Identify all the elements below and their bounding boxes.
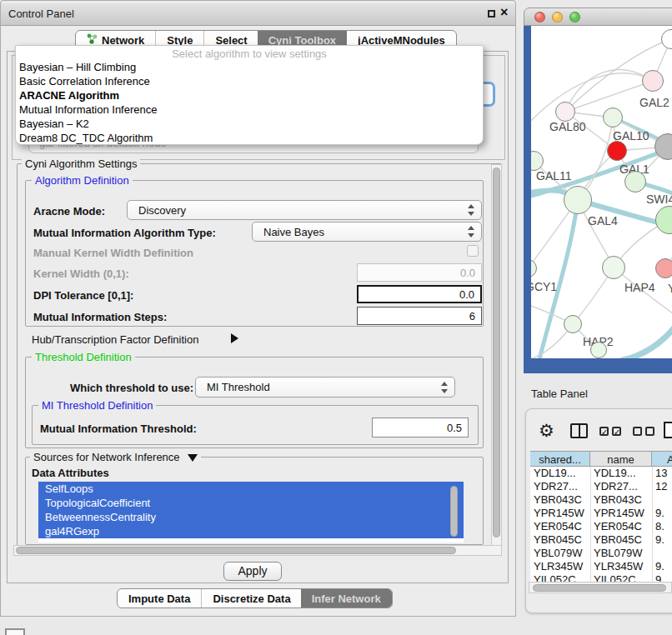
checkbox-checked-icon[interactable]: ✓	[612, 427, 621, 436]
network-node-gal4[interactable]	[564, 186, 592, 214]
network-node-y[interactable]	[655, 258, 672, 278]
checkbox-unchecked-icon[interactable]	[645, 427, 654, 436]
mi-type-label: Mutual Information Algorithm Type:	[33, 227, 216, 239]
table-row[interactable]: YPR145WYPR145W9.	[530, 507, 672, 520]
settings-horizontal-scrollbar[interactable]	[13, 545, 502, 556]
bottom-tab-discretize-data[interactable]: Discretize Data	[201, 589, 301, 608]
apply-button[interactable]: Apply	[223, 562, 282, 581]
which-threshold-value: MI Threshold	[207, 381, 270, 393]
close-traffic-light-icon[interactable]	[534, 12, 545, 22]
attribute-item-gal4rgexp[interactable]: gal4RGexp	[38, 524, 464, 538]
attributes-scrollbar-thumb[interactable]	[450, 486, 458, 537]
column-header-shared[interactable]: shared...	[530, 451, 590, 467]
algorithm-option-basic-correlation-inference[interactable]: Basic Correlation Inference	[18, 74, 481, 88]
gear-icon[interactable]: ⚙	[539, 421, 554, 441]
network-node-gal1[interactable]	[607, 141, 627, 161]
table-row[interactable]: YDL19...YDL19...13	[530, 467, 672, 480]
table-horizontal-scrollbar-thumb[interactable]	[533, 584, 666, 592]
data-attributes-list[interactable]: SelfLoopsTopologicalCoefficientBetweenne…	[38, 482, 464, 542]
sources-group-title[interactable]: Sources for Network Inference	[30, 451, 201, 463]
minimized-panel-icon[interactable]	[5, 628, 25, 635]
sources-title-text: Sources for Network Inference	[33, 451, 180, 463]
network-window-titlebar[interactable]	[524, 8, 672, 26]
bottom-tab-infer-network-label: Infer Network	[312, 592, 381, 605]
bottom-tab-impute-data[interactable]: Impute Data	[118, 589, 201, 608]
settings-vertical-scrollbar-thumb[interactable]	[493, 168, 500, 538]
table-row[interactable]: YLR345WYLR345W9.	[530, 560, 672, 573]
mi-steps-input[interactable]	[357, 307, 482, 325]
algorithm-option-list: Bayesian – Hill ClimbingBasic Correlatio…	[18, 60, 481, 145]
table-horizontal-scrollbar[interactable]	[529, 582, 672, 593]
attribute-item-selfloops[interactable]: SelfLoops	[38, 482, 464, 496]
mi-threshold-input[interactable]	[372, 418, 469, 438]
table-row[interactable]: YDR27...YDR27...12	[530, 480, 672, 493]
checkbox-checked-icon[interactable]: ✓	[599, 427, 609, 436]
bottom-tab-infer-network[interactable]: Infer Network	[301, 589, 392, 608]
minimize-traffic-light-icon[interactable]	[552, 12, 563, 22]
columns-icon[interactable]	[570, 423, 588, 438]
column-header-name[interactable]: name	[590, 451, 652, 467]
column-header-a[interactable]: A	[652, 451, 672, 467]
network-node-swi4[interactable]	[655, 206, 672, 234]
dpi-tolerance-input[interactable]	[357, 285, 482, 303]
algorithm-option-dream8-dc-tdc-algorithm[interactable]: Dream8 DC_TDC Algorithm	[18, 131, 481, 145]
table-row[interactable]: YER054CYER054C8.	[530, 520, 672, 533]
algorithm-option-aracne-algorithm[interactable]: ARACNE Algorithm	[18, 88, 481, 102]
aracne-mode-select[interactable]: Discovery	[127, 200, 482, 220]
close-icon[interactable]: ×	[500, 5, 508, 20]
settings-horizontal-scrollbar-thumb[interactable]	[16, 547, 456, 554]
network-node-gal2[interactable]	[642, 70, 664, 92]
network-node[interactable]	[590, 342, 607, 358]
network-node-hap2[interactable]	[564, 315, 582, 333]
expand-right-icon[interactable]	[231, 333, 238, 343]
network-node-gal11[interactable]	[531, 151, 544, 171]
table-panel-title: Table Panel	[531, 388, 588, 400]
table-body: YDL19...YDL19...13YDR27...YDR27...12YBR0…	[530, 467, 672, 582]
attribute-item-topologicalcoefficient[interactable]: TopologicalCoefficient	[38, 496, 464, 510]
network-node[interactable]	[624, 171, 646, 192]
control-panel-titlebar[interactable]	[1, 3, 515, 26]
zoom-traffic-light-icon[interactable]	[569, 12, 580, 22]
network-node-gal10[interactable]	[603, 108, 623, 128]
network-node[interactable]	[661, 29, 672, 49]
hub-definition-label[interactable]: Hub/Transcription Factor Definition	[32, 333, 198, 346]
algorithm-option-bayesian-k2[interactable]: Bayesian – K2	[18, 117, 481, 131]
collapse-down-icon[interactable]	[188, 454, 198, 462]
table-cell: YLR345W	[594, 560, 643, 573]
network-canvas[interactable]: GAL2GAL80GAL10GAL1GAL11SWI4GAL4GCY1HAP4Y…	[531, 26, 672, 358]
table-cell: YBR043C	[534, 493, 582, 507]
mi-type-select[interactable]: Naive Bayes	[252, 222, 482, 242]
network-node-gal80[interactable]	[555, 102, 575, 122]
algorithm-option-mutual-information-inference[interactable]: Mutual Information Inference	[18, 102, 481, 117]
attribute-item-betweennesscentrality[interactable]: BetweennessCentrality	[38, 510, 464, 524]
new-column-icon[interactable]	[664, 422, 672, 438]
float-window-icon[interactable]	[488, 10, 495, 18]
stepper-icon	[441, 382, 449, 393]
table-row[interactable]: YBL079WYBL079W	[530, 547, 672, 560]
data-attributes-label: Data Attributes	[32, 467, 109, 479]
manual-kernel-checkbox[interactable]	[467, 245, 479, 257]
algorithm-option-bayesian-hill-climbing[interactable]: Bayesian – Hill Climbing	[18, 60, 481, 74]
stepper-icon	[468, 204, 475, 216]
table-row[interactable]: YIL052CYIL052C9.	[530, 573, 672, 582]
network-node-label-hap4: HAP4	[624, 281, 655, 294]
table-row[interactable]: YBR043CYBR043C	[530, 493, 672, 507]
table-row[interactable]: YBR045CYBR045C9.	[530, 533, 672, 547]
algorithm-dropdown-popup: Select algorithm to view settings Bayesi…	[15, 45, 484, 145]
mi-steps-label: Mutual Information Steps:	[33, 311, 167, 323]
table-cell: YBR045C	[534, 533, 582, 547]
table-cell: 9.	[655, 560, 664, 573]
kernel-width-input[interactable]	[357, 263, 482, 282]
algorithm-placeholder: Select algorithm to view settings	[16, 48, 483, 60]
network-node[interactable]	[654, 133, 672, 160]
table-cell: YER054C	[534, 520, 582, 533]
checkbox-unchecked-icon[interactable]	[633, 427, 642, 436]
network-node-label-gal4: GAL4	[588, 214, 618, 228]
network-node-label-gcy1: GCY1	[531, 280, 557, 293]
stepper-icon	[468, 226, 475, 238]
network-node-hap4[interactable]	[602, 256, 625, 279]
network-node-gcy1[interactable]	[531, 259, 537, 278]
table-cell: YBR045C	[594, 533, 642, 547]
settings-vertical-scrollbar[interactable]	[491, 164, 502, 552]
which-threshold-select[interactable]: MI Threshold	[195, 377, 455, 398]
